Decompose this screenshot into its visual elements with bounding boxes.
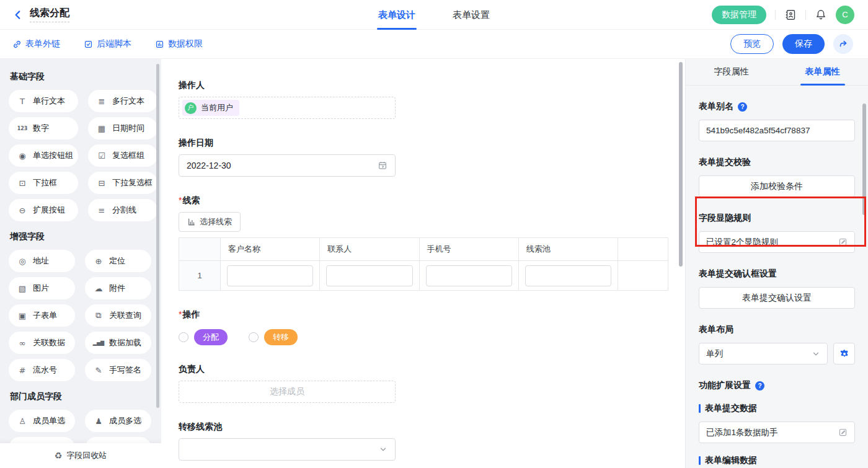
edit-icon[interactable] — [838, 237, 848, 247]
table-cell-input[interactable] — [525, 265, 611, 286]
field-operate-date[interactable]: 操作日期 2022-12-30 — [179, 138, 685, 177]
save-button[interactable]: 保存 — [782, 34, 825, 54]
data-manage-button[interactable]: 数据管理 — [712, 6, 766, 24]
layout-settings-button[interactable] — [833, 343, 855, 364]
header-tab[interactable]: 表单设计 — [378, 0, 415, 30]
field-type-icon: 123 — [16, 126, 29, 131]
date-input[interactable]: 2022-12-30 — [179, 154, 396, 177]
panel-content: 表单别名 ? 541b9c5ef482a5f54cf78837 表单提交校验 添… — [686, 101, 868, 468]
field-palette-item[interactable]: ☑ 复选框组 — [88, 144, 157, 167]
tab-field-properties[interactable]: 字段属性 — [686, 59, 777, 85]
form-external-link[interactable]: 表单外链 — [12, 38, 60, 50]
field-operator[interactable]: 操作人 户 当前用户 — [179, 80, 685, 119]
back-button[interactable] — [12, 9, 24, 20]
select-member-box[interactable]: 选择成员 — [179, 381, 396, 403]
back-chevron-icon — [12, 9, 24, 20]
table-cell-input[interactable] — [227, 265, 313, 286]
field-item-label: 下拉复选框 — [112, 177, 153, 188]
chevron-down-icon — [812, 350, 820, 358]
field-palette-item[interactable]: 123 数字 — [9, 117, 78, 139]
accent-bar — [699, 404, 701, 413]
link-label: 表单外链 — [25, 38, 60, 50]
field-item-label: 下拉框 — [33, 177, 57, 188]
field-clue[interactable]: *线索 选择线索 客户名称联系人手机号线索池 1 — [179, 195, 685, 291]
radio-option-transfer[interactable]: 转移 — [249, 329, 298, 345]
field-type-icon: ◎ — [16, 257, 29, 266]
field-item-label: 数据加载 — [109, 337, 141, 348]
help-icon[interactable]: ? — [755, 381, 764, 391]
edit-data-subheader: 表单编辑数据 — [699, 455, 855, 466]
field-palette-item[interactable]: ⊡ 下拉框 — [9, 172, 78, 194]
field-item-label: 手写签名 — [109, 364, 141, 376]
field-palette-item[interactable]: ♙ 成员单选 — [9, 410, 75, 432]
add-validation-button[interactable]: 添加校验条件 — [699, 175, 855, 197]
page-title: 线索分配 — [30, 7, 69, 22]
table-cell — [518, 261, 618, 291]
radio-option-assign[interactable]: 分配 — [179, 329, 228, 345]
table-trailing-cell — [618, 261, 668, 291]
contacts-book-icon[interactable] — [784, 9, 797, 21]
field-palette-item[interactable]: ▦ 日期时间 — [88, 117, 157, 139]
table-column-header: 线索池 — [518, 238, 618, 261]
panel-scrollbar[interactable] — [862, 104, 866, 215]
submit-data-subheader: 表单提交数据 — [699, 403, 855, 414]
tab-form-properties[interactable]: 表单属性 — [777, 59, 868, 85]
field-item-label: 关联数据 — [33, 337, 65, 348]
required-star: * — [179, 309, 182, 319]
table-cell-input[interactable] — [326, 265, 412, 286]
form-alias-input[interactable]: 541b9c5ef482a5f54cf78837 — [699, 120, 855, 141]
avatar[interactable]: C — [836, 6, 854, 24]
header-tab-label: 表单设置 — [453, 9, 490, 21]
sidebar-section-title: 增强字段 — [10, 231, 151, 242]
field-owner[interactable]: 负责人 选择成员 — [179, 364, 685, 403]
field-palette-item[interactable]: ⊟ 下拉复选框 — [88, 172, 157, 194]
field-type-icon: ♟ — [92, 417, 105, 426]
field-label: *操作 — [179, 309, 685, 320]
field-palette-item[interactable]: T 单行文本 — [9, 90, 78, 112]
section-label: 表单别名 — [699, 101, 733, 112]
share-button[interactable] — [833, 34, 853, 54]
form-layout-select[interactable]: 单列 — [699, 343, 828, 364]
clue-table: 客户名称联系人手机号线索池 1 — [179, 237, 668, 291]
field-palette-item[interactable]: ◎ 地址 — [9, 250, 75, 272]
submit-data-box[interactable]: 已添加1条数据助手 — [699, 422, 855, 443]
gear-icon — [839, 348, 850, 360]
divider — [775, 10, 776, 20]
field-palette-item[interactable]: ⧉ 关联查询 — [85, 304, 151, 327]
table-cell-input[interactable] — [426, 265, 512, 286]
select-clue-button[interactable]: 选择线索 — [179, 212, 241, 232]
header-tab[interactable]: 表单设置 — [453, 0, 490, 30]
field-operation[interactable]: *操作 分配 转移 — [179, 309, 685, 345]
field-palette-item[interactable]: ▣ 子表单 — [9, 304, 75, 327]
backend-script-link[interactable]: 后端脚本 — [84, 38, 131, 50]
visibility-rules-box[interactable]: 已设置2个显隐规则 — [699, 231, 855, 253]
field-recycle-bin[interactable]: ♻ 字段回收站 — [0, 443, 161, 468]
transfer-pool-select[interactable] — [179, 438, 396, 461]
field-palette-item[interactable]: ⊖ 扩展按钮 — [9, 199, 78, 221]
operation-options: 分配 转移 — [179, 329, 685, 345]
divider — [805, 10, 806, 20]
help-icon[interactable]: ? — [738, 102, 747, 112]
edit-icon[interactable] — [838, 428, 848, 437]
preview-button[interactable]: 预览 — [730, 34, 774, 54]
field-palette-item[interactable]: ◉ 单选按钮组 — [9, 144, 78, 167]
submit-confirm-button[interactable]: 表单提交确认设置 — [699, 287, 855, 309]
field-palette-item[interactable]: ≡ 分割线 — [88, 199, 157, 221]
field-transfer-pool[interactable]: 转移线索池 — [179, 422, 685, 461]
field-palette-item[interactable]: ☁ 附件 — [85, 277, 151, 299]
field-palette-item[interactable]: ▂▅▇ 数据加载 — [85, 332, 151, 354]
field-palette-item[interactable]: ⊕ 定位 — [85, 250, 151, 272]
field-palette-item[interactable]: ≣ 多行文本 — [88, 90, 157, 112]
date-value: 2022-12-30 — [187, 161, 231, 170]
operator-value-box[interactable]: 户 当前用户 — [179, 97, 396, 119]
data-permission-link[interactable]: 数据权限 — [155, 38, 203, 50]
canvas-scrollbar[interactable] — [679, 62, 683, 267]
notification-bell-icon[interactable] — [815, 9, 827, 21]
properties-panel: 字段属性 表单属性 表单别名 ? 541b9c5ef482a5f54cf7883… — [685, 59, 868, 468]
sidebar-scrollbar[interactable] — [156, 64, 159, 408]
field-palette-item[interactable]: ∞ 关联数据 — [9, 332, 75, 354]
field-palette-item[interactable]: ♟ 成员多选 — [85, 410, 151, 432]
field-palette-item[interactable]: ▧ 图片 — [9, 277, 75, 299]
field-palette-item[interactable]: # 流水号 — [9, 359, 75, 381]
field-palette-item[interactable]: ✎ 手写签名 — [85, 359, 151, 381]
